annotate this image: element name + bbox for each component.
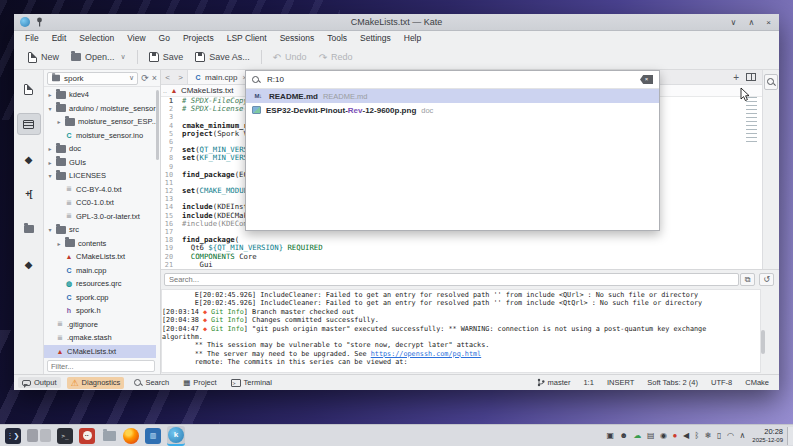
menu-selection[interactable]: Selection	[79, 33, 114, 43]
expander-icon[interactable]: ▾	[47, 226, 53, 233]
tree-row[interactable]: ▸kdev4	[44, 88, 156, 102]
output-log[interactable]: E[20:02:45.926] IncludeCleaner: Failed t…	[161, 289, 761, 373]
toolbar-open-button[interactable]: Open...∨	[65, 49, 132, 65]
statusbar-soft-tabs-2-4-[interactable]: Soft Tabs: 2 (4)	[647, 378, 698, 387]
minimap[interactable]	[745, 97, 760, 143]
statusbar-project-toggle[interactable]: ▦Project	[179, 377, 220, 388]
app-launcher-icon[interactable]: ⋮❯	[5, 428, 21, 444]
statusbar-diagnostics-toggle[interactable]: ⚠Diagnostics	[67, 377, 125, 389]
menu-tools[interactable]: Tools	[327, 33, 347, 43]
battery-icon[interactable]: ▯	[717, 431, 721, 440]
tree-row[interactable]: hspork.h	[44, 304, 156, 318]
statusbar-utf-8[interactable]: UTF-8	[711, 378, 732, 387]
tree-row[interactable]: ≣.gitignore	[44, 318, 156, 332]
media-player-icon[interactable]: ◉	[660, 431, 667, 440]
expander-icon[interactable]: ▸	[47, 159, 53, 166]
nav-forward-icon[interactable]: >	[174, 73, 187, 82]
statusbar-1-1[interactable]: 1:1	[583, 378, 593, 387]
tree-row[interactable]: Cmain.cpp	[44, 264, 156, 278]
virtual-desktop-pager[interactable]	[27, 429, 51, 442]
log-link[interactable]: https://openssh.com/pq.html	[371, 350, 482, 358]
tab-main-cpp[interactable]: C main.cpp ×	[187, 70, 254, 84]
tree-row[interactable]: ▸contents	[44, 237, 156, 251]
nav-back-icon[interactable]: <	[161, 73, 174, 82]
statusbar-terminal-toggle[interactable]: >_Terminal	[227, 377, 276, 388]
toolview-documents-button[interactable]	[17, 78, 41, 100]
toolview-filesystem-button[interactable]	[17, 218, 41, 240]
expander-icon[interactable]: ▾	[47, 172, 53, 179]
toolview-git-button[interactable]: ◆	[17, 148, 41, 170]
clock[interactable]: 20:28 2025-12-09	[752, 428, 783, 443]
firefox-icon[interactable]	[123, 428, 139, 444]
tree-row[interactable]: ▲CMakeLists.txt	[44, 345, 156, 359]
user-icon[interactable]: ☻	[620, 431, 628, 440]
volume-icon[interactable]: ◀	[683, 431, 689, 440]
new-tab-icon[interactable]: +	[733, 72, 739, 83]
expander-icon[interactable]: ▸	[47, 91, 53, 98]
menu-help[interactable]: Help	[404, 33, 421, 43]
minimize-button[interactable]: ∨	[731, 18, 737, 27]
close-panel-button[interactable]: ×	[152, 73, 157, 83]
tree-row[interactable]: Cmoisture_sensor.ino	[44, 129, 156, 143]
quick-open-result[interactable]: ESP32-Devkit-Pinout-Rev-12-9600p.pngdoc	[246, 103, 659, 117]
tree-row[interactable]: ▾src	[44, 223, 156, 237]
terminal-app-icon[interactable]: >_	[57, 428, 73, 444]
statusbar-search-toggle[interactable]: Search	[130, 377, 173, 388]
menu-settings[interactable]: Settings	[360, 33, 391, 43]
menu-lsp-client[interactable]: LSP Client	[227, 33, 267, 43]
toolbar-new-button[interactable]: New	[22, 49, 65, 66]
copy-icon[interactable]: ⧉	[740, 273, 755, 286]
tree-row[interactable]: ≣.qmake.stash	[44, 331, 156, 345]
expander-icon[interactable]: ▸	[56, 118, 62, 125]
search-in-document-button[interactable]	[764, 74, 778, 90]
show-desktop-button[interactable]	[787, 427, 793, 445]
recording-icon[interactable]: ●	[673, 431, 678, 440]
pin-icon[interactable]	[35, 17, 44, 27]
network-icon[interactable]: ◠	[727, 431, 734, 440]
statusbar-insert[interactable]: INSERT	[607, 378, 634, 387]
desktop-2[interactable]	[40, 429, 51, 442]
expander-icon[interactable]: ▸	[47, 145, 53, 152]
statusbar-output-toggle[interactable]: Output	[18, 377, 61, 388]
file-manager-icon[interactable]	[101, 428, 117, 444]
tree-filter-input[interactable]	[47, 360, 155, 372]
menu-go[interactable]: Go	[159, 33, 170, 43]
screen-layout-icon[interactable]: ▣	[607, 431, 615, 440]
project-selector[interactable]: spork ∨	[47, 72, 138, 85]
tree-row[interactable]: ▸moisture_sensor_ESP..	[44, 115, 156, 129]
kate-task-icon[interactable]: k	[168, 427, 184, 443]
expander-icon[interactable]: ▸	[56, 240, 62, 247]
toolview-plugins-button[interactable]: ◆	[17, 253, 41, 275]
split-view-icon[interactable]	[746, 73, 756, 81]
clear-input-icon[interactable]: ×	[640, 75, 653, 84]
quick-open-input[interactable]	[265, 74, 635, 85]
menu-view[interactable]: View	[127, 33, 145, 43]
tree-row[interactable]: ▲CMakeLists.txt	[44, 250, 156, 264]
bluetooth-icon[interactable]: ᛒ	[695, 431, 700, 440]
menu-projects[interactable]: Projects	[183, 33, 214, 43]
tree-row[interactable]: ≣CC0-1.0.txt	[44, 196, 156, 210]
toolview-symbols-button[interactable]: +[	[17, 183, 41, 205]
tree-scrollbar[interactable]	[156, 90, 159, 160]
clear-log-icon[interactable]: ↺	[759, 273, 774, 286]
titlebar[interactable]: CMakeLists.txt — Kate ∨ ∧ ×	[14, 14, 779, 31]
toolbar-saveas-button[interactable]: Save As...	[189, 49, 256, 65]
expander-icon[interactable]: ▾	[47, 105, 53, 112]
cloud-sync-icon[interactable]: ☁	[633, 431, 641, 440]
blue-app-icon[interactable]: ▥	[145, 428, 161, 444]
red-app-icon[interactable]: ••	[79, 428, 95, 444]
tree-row[interactable]: ▸GUIs	[44, 156, 156, 170]
statusbar-master[interactable]: master	[537, 378, 571, 387]
tray-expander-icon[interactable]: ∧	[739, 431, 745, 440]
maximize-button[interactable]: ∧	[748, 18, 754, 27]
reload-project-button[interactable]: ⟳	[141, 73, 149, 83]
tree-row[interactable]: ≣CC-BY-4.0.txt	[44, 183, 156, 197]
menu-edit[interactable]: Edit	[52, 33, 67, 43]
menu-file[interactable]: File	[25, 33, 39, 43]
menu-sessions[interactable]: Sessions	[280, 33, 315, 43]
tab-cmakelists[interactable]: CMakeLists.txt	[181, 86, 233, 95]
tree-row[interactable]: ≣GPL-3.0-or-later.txt	[44, 210, 156, 224]
close-button[interactable]: ×	[766, 18, 771, 27]
kdeconnect-icon[interactable]: ❄	[705, 431, 712, 440]
tree-row[interactable]: Cspork.cpp	[44, 291, 156, 305]
